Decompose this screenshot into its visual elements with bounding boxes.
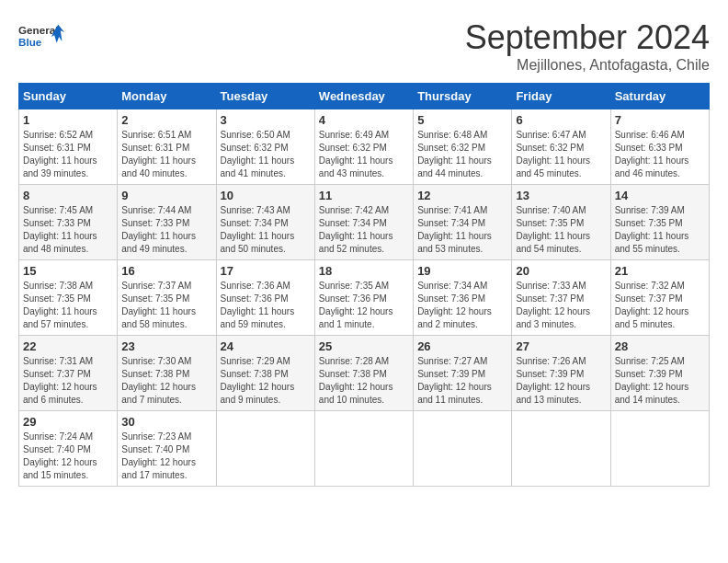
day-info: Sunrise: 7:30 AMSunset: 7:38 PMDaylight:… xyxy=(121,355,211,407)
table-row: 26 Sunrise: 7:27 AMSunset: 7:39 PMDaylig… xyxy=(414,336,512,411)
day-number: 28 xyxy=(615,339,705,353)
calendar-week-row: 29 Sunrise: 7:24 AMSunset: 7:40 PMDaylig… xyxy=(19,411,710,487)
table-row: 11 Sunrise: 7:42 AMSunset: 7:34 PMDaylig… xyxy=(314,185,413,260)
day-info: Sunrise: 7:33 AMSunset: 7:37 PMDaylight:… xyxy=(516,280,606,331)
calendar-header-row: Sunday Monday Tuesday Wednesday Thursday… xyxy=(19,84,710,109)
day-info: Sunrise: 6:52 AMSunset: 6:31 PMDaylight:… xyxy=(23,129,113,180)
page-header: General Blue September 2024 Mejillones, … xyxy=(18,18,710,74)
table-row: 2 Sunrise: 6:51 AMSunset: 6:31 PMDayligh… xyxy=(118,109,216,185)
day-info: Sunrise: 7:42 AMSunset: 7:34 PMDaylight:… xyxy=(319,204,409,256)
day-info: Sunrise: 7:36 AMSunset: 7:36 PMDaylight:… xyxy=(221,280,311,331)
day-number: 21 xyxy=(615,264,705,278)
day-number: 17 xyxy=(221,264,311,278)
day-info: Sunrise: 7:28 AMSunset: 7:38 PMDaylight:… xyxy=(319,355,409,407)
table-row: 21 Sunrise: 7:32 AMSunset: 7:37 PMDaylig… xyxy=(610,260,709,336)
day-number: 14 xyxy=(615,189,705,202)
table-row xyxy=(610,411,709,487)
col-sunday: Sunday xyxy=(19,84,118,109)
day-number: 1 xyxy=(23,113,113,127)
day-info: Sunrise: 7:27 AMSunset: 7:39 PMDaylight:… xyxy=(417,355,507,407)
day-number: 22 xyxy=(23,339,113,353)
day-info: Sunrise: 6:47 AMSunset: 6:32 PMDaylight:… xyxy=(516,129,606,180)
day-info: Sunrise: 7:24 AMSunset: 7:40 PMDaylight:… xyxy=(23,431,113,482)
day-info: Sunrise: 7:26 AMSunset: 7:39 PMDaylight:… xyxy=(516,355,606,407)
table-row xyxy=(216,411,314,487)
day-info: Sunrise: 7:34 AMSunset: 7:36 PMDaylight:… xyxy=(417,280,507,331)
day-info: Sunrise: 7:31 AMSunset: 7:37 PMDaylight:… xyxy=(23,355,113,407)
table-row: 16 Sunrise: 7:37 AMSunset: 7:35 PMDaylig… xyxy=(118,260,216,336)
svg-text:Blue: Blue xyxy=(18,36,42,48)
logo-svg: General Blue xyxy=(18,18,64,55)
day-number: 29 xyxy=(23,415,113,429)
table-row: 14 Sunrise: 7:39 AMSunset: 7:35 PMDaylig… xyxy=(610,185,709,260)
day-info: Sunrise: 7:40 AMSunset: 7:35 PMDaylight:… xyxy=(516,204,606,256)
day-number: 23 xyxy=(121,339,211,353)
day-number: 20 xyxy=(516,264,606,278)
table-row: 13 Sunrise: 7:40 AMSunset: 7:35 PMDaylig… xyxy=(512,185,610,260)
day-number: 11 xyxy=(319,189,409,202)
table-row: 15 Sunrise: 7:38 AMSunset: 7:35 PMDaylig… xyxy=(19,260,118,336)
day-info: Sunrise: 7:29 AMSunset: 7:38 PMDaylight:… xyxy=(221,355,311,407)
calendar-week-row: 1 Sunrise: 6:52 AMSunset: 6:31 PMDayligh… xyxy=(19,109,710,185)
table-row: 20 Sunrise: 7:33 AMSunset: 7:37 PMDaylig… xyxy=(512,260,610,336)
table-row xyxy=(414,411,512,487)
day-info: Sunrise: 7:39 AMSunset: 7:35 PMDaylight:… xyxy=(615,204,705,256)
day-info: Sunrise: 7:38 AMSunset: 7:35 PMDaylight:… xyxy=(23,280,113,331)
day-number: 7 xyxy=(615,113,705,127)
day-number: 5 xyxy=(417,113,507,127)
location-subtitle: Mejillones, Antofagasta, Chile xyxy=(465,57,710,74)
day-number: 26 xyxy=(417,339,507,353)
svg-text:General: General xyxy=(18,24,58,36)
day-info: Sunrise: 7:32 AMSunset: 7:37 PMDaylight:… xyxy=(615,280,705,331)
col-tuesday: Tuesday xyxy=(216,84,314,109)
day-info: Sunrise: 6:49 AMSunset: 6:32 PMDaylight:… xyxy=(319,129,409,180)
table-row: 24 Sunrise: 7:29 AMSunset: 7:38 PMDaylig… xyxy=(216,336,314,411)
day-number: 25 xyxy=(319,339,409,353)
day-number: 24 xyxy=(221,339,311,353)
day-info: Sunrise: 6:50 AMSunset: 6:32 PMDaylight:… xyxy=(221,129,311,180)
calendar-table: Sunday Monday Tuesday Wednesday Thursday… xyxy=(18,83,710,487)
day-number: 15 xyxy=(23,264,113,278)
day-number: 13 xyxy=(516,189,606,202)
col-friday: Friday xyxy=(512,84,610,109)
day-number: 9 xyxy=(121,189,211,202)
day-number: 8 xyxy=(23,189,113,202)
day-info: Sunrise: 7:25 AMSunset: 7:39 PMDaylight:… xyxy=(615,355,705,407)
table-row: 9 Sunrise: 7:44 AMSunset: 7:33 PMDayligh… xyxy=(118,185,216,260)
day-number: 18 xyxy=(319,264,409,278)
table-row: 23 Sunrise: 7:30 AMSunset: 7:38 PMDaylig… xyxy=(118,336,216,411)
day-number: 19 xyxy=(417,264,507,278)
day-number: 27 xyxy=(516,339,606,353)
day-info: Sunrise: 7:45 AMSunset: 7:33 PMDaylight:… xyxy=(23,204,113,256)
day-info: Sunrise: 7:35 AMSunset: 7:36 PMDaylight:… xyxy=(319,280,409,331)
table-row xyxy=(512,411,610,487)
day-number: 30 xyxy=(121,415,211,429)
calendar-week-row: 22 Sunrise: 7:31 AMSunset: 7:37 PMDaylig… xyxy=(19,336,710,411)
table-row: 29 Sunrise: 7:24 AMSunset: 7:40 PMDaylig… xyxy=(19,411,118,487)
day-info: Sunrise: 7:44 AMSunset: 7:33 PMDaylight:… xyxy=(121,204,211,256)
day-info: Sunrise: 6:51 AMSunset: 6:31 PMDaylight:… xyxy=(121,129,211,180)
title-block: September 2024 Mejillones, Antofagasta, … xyxy=(465,18,710,74)
day-number: 2 xyxy=(121,113,211,127)
table-row: 27 Sunrise: 7:26 AMSunset: 7:39 PMDaylig… xyxy=(512,336,610,411)
table-row: 7 Sunrise: 6:46 AMSunset: 6:33 PMDayligh… xyxy=(610,109,709,185)
logo: General Blue xyxy=(18,18,64,55)
table-row: 25 Sunrise: 7:28 AMSunset: 7:38 PMDaylig… xyxy=(314,336,413,411)
table-row: 1 Sunrise: 6:52 AMSunset: 6:31 PMDayligh… xyxy=(19,109,118,185)
day-number: 10 xyxy=(221,189,311,202)
table-row: 8 Sunrise: 7:45 AMSunset: 7:33 PMDayligh… xyxy=(19,185,118,260)
day-info: Sunrise: 6:48 AMSunset: 6:32 PMDaylight:… xyxy=(417,129,507,180)
day-number: 6 xyxy=(516,113,606,127)
col-wednesday: Wednesday xyxy=(314,84,413,109)
month-title: September 2024 xyxy=(465,18,710,57)
day-info: Sunrise: 7:37 AMSunset: 7:35 PMDaylight:… xyxy=(121,280,211,331)
table-row: 28 Sunrise: 7:25 AMSunset: 7:39 PMDaylig… xyxy=(610,336,709,411)
table-row: 12 Sunrise: 7:41 AMSunset: 7:34 PMDaylig… xyxy=(414,185,512,260)
table-row xyxy=(314,411,413,487)
table-row: 10 Sunrise: 7:43 AMSunset: 7:34 PMDaylig… xyxy=(216,185,314,260)
calendar-week-row: 15 Sunrise: 7:38 AMSunset: 7:35 PMDaylig… xyxy=(19,260,710,336)
day-info: Sunrise: 7:41 AMSunset: 7:34 PMDaylight:… xyxy=(417,204,507,256)
day-info: Sunrise: 7:43 AMSunset: 7:34 PMDaylight:… xyxy=(221,204,311,256)
table-row: 30 Sunrise: 7:23 AMSunset: 7:40 PMDaylig… xyxy=(118,411,216,487)
day-info: Sunrise: 7:23 AMSunset: 7:40 PMDaylight:… xyxy=(121,431,211,482)
